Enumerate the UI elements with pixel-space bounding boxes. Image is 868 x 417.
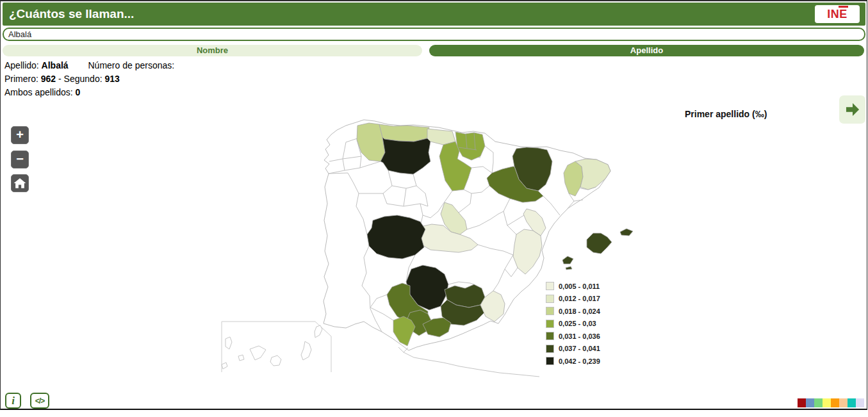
second-label: Segundo: <box>64 74 102 84</box>
legend-label: 0,025 - 0,03 <box>559 320 596 327</box>
legend-item: 0,037 - 0,041 <box>546 343 600 355</box>
province-menorca[interactable] <box>620 229 633 236</box>
legend-item: 0,005 - 0,011 <box>546 280 600 292</box>
province-mallorca[interactable] <box>587 233 612 254</box>
code-icon: </> <box>35 397 44 405</box>
canary-inset <box>222 322 331 372</box>
palette-swatch[interactable] <box>831 398 839 407</box>
ine-logo-text: IN <box>827 8 839 21</box>
island-el-hierro[interactable] <box>222 363 227 369</box>
dash: - <box>58 74 61 84</box>
island-la-palma[interactable] <box>225 337 232 349</box>
stats-line-counts: Primero: 962 - Segundo: 913 <box>4 72 174 86</box>
zoom-out-button[interactable]: − <box>11 151 29 168</box>
indicator-label: Primer apellido (‰) <box>685 109 767 119</box>
info-button[interactable]: i <box>5 393 21 409</box>
persons-label: Número de personas: <box>88 60 175 70</box>
province-caceres[interactable] <box>367 215 425 259</box>
legend-swatch <box>546 295 554 303</box>
second-value: 913 <box>104 74 119 84</box>
first-value: 962 <box>41 74 56 84</box>
app-header: ¿Cuántos se llaman... INE <box>3 3 865 26</box>
island-fuerteventura[interactable] <box>301 341 311 360</box>
island-tenerife[interactable] <box>250 346 266 360</box>
ine-logo-e: E <box>839 8 848 21</box>
surname-label: Apellido: <box>4 60 39 70</box>
legend-item: 0,012 - 0,017 <box>546 293 600 305</box>
page-title: ¿Cuántos se llaman... <box>9 7 134 21</box>
palette-swatch[interactable] <box>848 398 856 407</box>
legend-swatch <box>546 332 554 340</box>
tab-nombre[interactable]: Nombre <box>3 45 422 56</box>
province-asturias[interactable] <box>379 124 429 142</box>
palette-swatch[interactable] <box>798 398 806 407</box>
home-icon <box>12 176 28 191</box>
legend-item: 0,025 - 0,03 <box>546 318 600 330</box>
legend-swatch <box>546 345 554 353</box>
legend-swatch <box>546 282 554 290</box>
palette-swatch[interactable] <box>856 398 864 407</box>
legend-label: 0,005 - 0,011 <box>559 282 600 290</box>
arrow-right-icon <box>842 99 864 120</box>
tab-apellido[interactable]: Apellido <box>429 45 864 56</box>
legend-item: 0,018 - 0,024 <box>546 305 600 317</box>
legend-label: 0,012 - 0,017 <box>559 295 600 302</box>
stats-line-surname: Apellido: Albalá Número de personas: <box>4 59 174 72</box>
info-icon: i <box>12 395 15 407</box>
legend-swatch <box>546 320 554 328</box>
palette-swatch[interactable] <box>814 398 823 407</box>
legend-label: 0,031 - 0,036 <box>559 332 600 340</box>
province-ibiza[interactable] <box>562 256 573 264</box>
surname-value: Albalá <box>42 60 69 70</box>
toggle-panel-button[interactable] <box>839 95 865 124</box>
palette-swatch[interactable] <box>806 398 814 407</box>
both-label: Ambos apellidos: <box>4 87 73 97</box>
palette-strip <box>798 398 864 407</box>
africa-coastline <box>398 347 539 377</box>
stats-line-both: Ambos apellidos: 0 <box>4 86 174 99</box>
search-input[interactable] <box>3 28 865 41</box>
palette-swatch[interactable] <box>823 398 831 407</box>
legend-label: 0,018 - 0,024 <box>559 307 600 315</box>
legend-label: 0,037 - 0,041 <box>559 345 600 352</box>
island-gran-canaria[interactable] <box>270 356 281 366</box>
legend-swatch <box>546 307 554 315</box>
home-button[interactable] <box>11 174 29 192</box>
stats-panel: Apellido: Albalá Número de personas: Pri… <box>4 59 174 99</box>
app-page: ¿Cuántos se llaman... INE Nombre Apellid… <box>0 0 868 417</box>
embed-code-button[interactable]: </> <box>30 393 49 409</box>
legend-item: 0,042 - 0,239 <box>546 355 600 367</box>
island-lanzarote[interactable] <box>315 325 322 338</box>
legend-item: 0,031 - 0,036 <box>546 330 600 342</box>
zoom-in-button[interactable]: + <box>11 126 29 144</box>
palette-swatch[interactable] <box>839 398 848 407</box>
legend-label: 0,042 - 0,239 <box>559 357 600 365</box>
both-value: 0 <box>76 87 81 97</box>
legend-swatch <box>546 357 554 365</box>
island-la-gomera[interactable] <box>238 355 244 361</box>
first-label: Primero: <box>4 74 38 84</box>
province-formentera[interactable] <box>566 266 572 270</box>
ine-logo[interactable]: INE <box>815 5 860 23</box>
map-legend: 0,005 - 0,0110,012 - 0,0170,018 - 0,0240… <box>546 280 600 368</box>
